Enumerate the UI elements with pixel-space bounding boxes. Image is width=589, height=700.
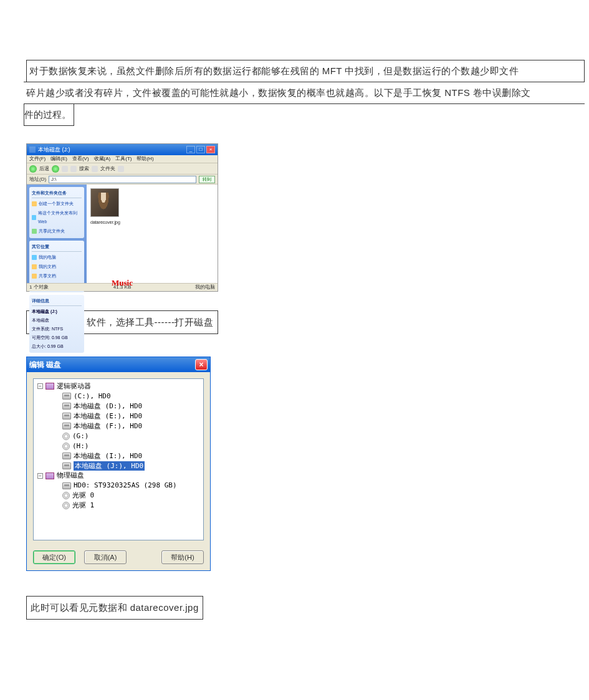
place-item[interactable]: 共享文档 (32, 272, 82, 280)
cd-icon (62, 492, 70, 499)
watermark-text: Music (112, 275, 133, 291)
details-type: 本地磁盘 (32, 316, 82, 325)
details-total: 总大小: 0.99 GB (32, 342, 82, 351)
cd-icon (62, 502, 70, 509)
details-free: 可用空间: 0.98 GB (32, 333, 82, 342)
drives-icon (45, 383, 54, 390)
cd-icon (62, 433, 70, 440)
tree-item[interactable]: (C:), HD0 (37, 391, 199, 401)
drive-icon (29, 146, 36, 153)
tree-physical-root[interactable]: −物理磁盘 (37, 471, 199, 481)
para-line-3: 件的过程。 (24, 104, 74, 126)
other-places-header: 其它位置 (32, 242, 82, 252)
close-button[interactable]: × (206, 146, 215, 153)
search-icon[interactable] (70, 166, 77, 172)
back-label[interactable]: 后退 (39, 164, 49, 174)
place-item[interactable]: 我的文档 (32, 262, 82, 271)
collapse-icon[interactable]: − (37, 473, 43, 479)
file-name: datarecover.jpg (90, 218, 119, 227)
details-panel: 详细信息 本地磁盘 (J:) 本地磁盘 文件系统: NTFS 可用空间: 0.9… (29, 295, 84, 353)
tree-item[interactable]: 光驱 1 (37, 501, 199, 511)
hdd-icon (62, 403, 71, 410)
tasks-panel: 文件和文件夹任务 创建一个新文件夹 将这个文件夹发布到 Web 共享此文件夹 (29, 187, 84, 238)
hdd-icon (62, 423, 71, 429)
status-bar: 1 个对象 41.3 KB 我的电脑 Music (27, 283, 218, 291)
intro-paragraph: 对于数据恢复来说，虽然文件删除后所有的数据运行都能够在残留的 MFT 中找到，但… (26, 60, 589, 126)
dialog-title: 编辑 磁盘 (29, 357, 61, 372)
toolbar: 后退 搜索 文件夹 (27, 163, 218, 175)
folders-icon[interactable] (92, 166, 98, 172)
status-objects: 1 个对象 (29, 282, 91, 292)
details-name: 本地磁盘 (J:) (32, 307, 82, 316)
help-button[interactable]: 帮助(H) (161, 550, 204, 564)
menu-view[interactable]: 查看(V) (72, 154, 89, 164)
task-item[interactable]: 将这个文件夹发布到 Web (32, 209, 82, 226)
hdd-icon (62, 482, 71, 489)
back-icon[interactable] (29, 165, 37, 173)
details-fs: 文件系统: NTFS (32, 325, 82, 333)
folders-label[interactable]: 文件夹 (100, 164, 115, 174)
tree-item[interactable]: 光驱 0 (37, 491, 199, 501)
dialog-titlebar: 编辑 磁盘 × (27, 357, 210, 372)
file-thumbnail[interactable]: datarecover.jpg (90, 188, 119, 227)
menu-bar: 文件(F) 编辑(E) 查看(V) 收藏(A) 工具(T) 帮助(H) (27, 155, 218, 163)
address-field[interactable]: J:\ (49, 176, 196, 183)
cancel-button[interactable]: 取消(A) (84, 550, 127, 564)
open-disk-dialog-screenshot: 编辑 磁盘 × −逻辑驱动器 (C:), HD0 本地磁盘 (D:), HD0 … (26, 357, 211, 571)
menu-fav[interactable]: 收藏(A) (94, 154, 111, 164)
hdd-icon (62, 393, 71, 400)
hdd-icon (62, 453, 71, 459)
tree-logical-root[interactable]: −逻辑驱动器 (37, 381, 199, 391)
tree-item[interactable]: 本地磁盘 (E:), HD0 (37, 411, 199, 421)
place-item[interactable]: 我的电脑 (32, 253, 82, 262)
hdd-icon (62, 413, 71, 420)
forward-icon[interactable] (52, 165, 59, 173)
file-pane[interactable]: datarecover.jpg (87, 185, 218, 283)
status-location: 我的电脑 (153, 282, 215, 292)
details-header: 详细信息 (32, 297, 82, 306)
step-2-text: 此时可以看见元数据和 datarecover.jpg (26, 596, 203, 620)
search-label[interactable]: 搜索 (79, 164, 89, 174)
maximize-button[interactable]: □ (196, 146, 205, 153)
collapse-icon[interactable]: − (37, 383, 43, 389)
views-icon[interactable] (118, 166, 124, 172)
thumbnail-image (90, 188, 119, 217)
menu-help[interactable]: 帮助(H) (136, 154, 153, 164)
tree-item[interactable]: (G:) (37, 431, 199, 441)
menu-tools[interactable]: 工具(T) (115, 154, 132, 164)
tasks-header: 文件和文件夹任务 (32, 189, 82, 198)
tree-item[interactable]: 本地磁盘 (F:), HD0 (37, 421, 199, 431)
tree-item[interactable]: 本地磁盘 (I:), HD0 (37, 451, 199, 461)
task-item[interactable]: 创建一个新文件夹 (32, 199, 82, 208)
tree-item[interactable]: 本地磁盘 (D:), HD0 (37, 401, 199, 411)
tree-item[interactable]: (H:) (37, 441, 199, 451)
go-button[interactable]: 转到 (199, 176, 215, 183)
cd-icon (62, 443, 70, 450)
dialog-button-row: 确定(O) 取消(A) 帮助(H) (27, 547, 210, 570)
explorer-screenshot: 本地磁盘 (J:) _ □ × 文件(F) 编辑(E) 查看(V) 收藏(A) … (26, 143, 218, 292)
disk-tree[interactable]: −逻辑驱动器 (C:), HD0 本地磁盘 (D:), HD0 本地磁盘 (E:… (33, 378, 204, 540)
tasks-sidebar: 文件和文件夹任务 创建一个新文件夹 将这个文件夹发布到 Web 共享此文件夹 其… (27, 185, 87, 283)
tree-item-selected[interactable]: 本地磁盘 (J:), HD0 (37, 461, 199, 471)
up-icon[interactable] (62, 166, 68, 172)
minimize-button[interactable]: _ (186, 146, 195, 153)
tree-item[interactable]: HD0: ST9320325AS (298 GB) (37, 481, 199, 491)
para-line-1: 对于数据恢复来说，虽然文件删除后所有的数据运行都能够在残留的 MFT 中找到，但… (26, 60, 585, 82)
address-bar: 地址(D) J:\ 转到 (27, 175, 218, 185)
menu-file[interactable]: 文件(F) (29, 154, 45, 164)
para-line-2: 碎片越少或者没有碎片，文件被覆盖的可能性就越小，数据恢复的概率也就越高。以下是手… (24, 82, 585, 104)
drives-icon (45, 472, 54, 479)
dialog-close-button[interactable]: × (195, 359, 208, 370)
address-label: 地址(D) (29, 175, 46, 185)
ok-button[interactable]: 确定(O) (33, 550, 75, 564)
menu-edit[interactable]: 编辑(E) (50, 154, 67, 164)
hdd-icon (62, 463, 71, 469)
task-item[interactable]: 共享此文件夹 (32, 227, 82, 236)
